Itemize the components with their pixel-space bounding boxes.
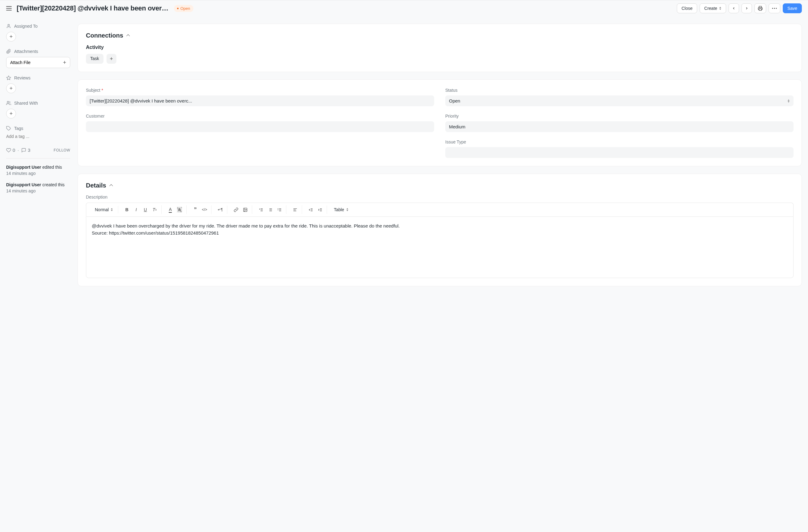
status-pill: Open (174, 5, 194, 12)
shared-with-text: Shared With (14, 101, 38, 106)
next-button[interactable] (741, 3, 752, 13)
status-dot-icon (177, 8, 179, 9)
users-icon (6, 101, 11, 106)
svg-point-4 (8, 24, 9, 26)
bullet-list-button[interactable] (266, 205, 274, 214)
more-button[interactable] (769, 3, 780, 13)
activity-user: Digisupport User (6, 165, 41, 170)
link-icon (234, 207, 238, 212)
checklist-button[interactable] (275, 205, 283, 214)
connections-card: Connections Activity Task + (78, 24, 802, 72)
priority-label: Priority (445, 114, 793, 118)
priority-select[interactable]: Medium (445, 121, 793, 132)
activity-action: edited this (42, 165, 62, 170)
printer-icon (758, 6, 763, 11)
svg-marker-5 (6, 76, 11, 80)
shared-with-label: Shared With (6, 101, 70, 106)
plus-icon: + (110, 56, 113, 61)
chevron-up-icon (109, 184, 113, 187)
chevron-right-icon (745, 6, 749, 10)
quote-button[interactable]: ” (191, 205, 200, 214)
attachments-label: Attachments (6, 49, 70, 54)
tag-icon (6, 126, 11, 131)
activity-time: 14 minutes ago (6, 188, 36, 193)
form-card: Subject * Status Open Customer Priority (78, 79, 802, 166)
editor-toolbar: Normal B I U Tx A A ” </> (86, 203, 793, 217)
tags-label: Tags (6, 126, 70, 131)
svg-point-9 (244, 209, 245, 209)
clear-format-button[interactable]: Tx (150, 205, 159, 214)
outdent-button[interactable] (306, 205, 315, 214)
attach-file-button[interactable]: Attach File + (6, 57, 70, 68)
status-value: Open (449, 98, 460, 104)
outdent-icon (309, 207, 313, 212)
chevron-updown-icon (719, 7, 721, 10)
subject-label: Subject * (86, 88, 434, 93)
link-button[interactable] (232, 205, 240, 214)
task-chip[interactable]: Task (86, 54, 104, 64)
ordered-list-button[interactable] (257, 205, 265, 214)
ol-icon (259, 207, 263, 212)
attach-file-label: Attach File (10, 60, 31, 65)
connections-title[interactable]: Connections (86, 32, 793, 39)
underline-button[interactable]: U (141, 205, 150, 214)
svg-point-2 (774, 8, 775, 9)
reviews-text: Reviews (14, 75, 31, 80)
follow-button[interactable]: FOLLOW (54, 148, 70, 152)
code-button[interactable]: </> (200, 205, 209, 214)
prev-button[interactable] (729, 3, 739, 13)
direction-button[interactable]: ↵¶ (216, 205, 224, 214)
customer-input[interactable] (86, 121, 434, 132)
svg-point-6 (7, 101, 8, 103)
create-dropdown[interactable]: Create (700, 3, 726, 13)
tag-input[interactable] (6, 134, 70, 139)
style-select[interactable]: Normal (92, 206, 115, 213)
bold-button[interactable]: B (123, 205, 131, 214)
align-button[interactable] (291, 205, 299, 214)
text-color-button[interactable]: A (166, 205, 175, 214)
svg-rect-0 (759, 8, 761, 10)
print-button[interactable] (754, 3, 766, 13)
heart-icon (6, 148, 11, 153)
add-assigned-button[interactable]: + (6, 32, 16, 41)
chevron-left-icon (732, 6, 736, 10)
add-shared-button[interactable]: + (6, 109, 16, 118)
status-label: Status (445, 88, 793, 93)
italic-button[interactable]: I (132, 205, 141, 214)
likes-stat[interactable]: 0 (6, 147, 15, 153)
star-icon (6, 75, 11, 80)
status-select[interactable]: Open (445, 95, 793, 106)
details-text: Details (86, 182, 106, 189)
priority-value: Medium (449, 124, 465, 129)
issue-type-input[interactable] (445, 147, 793, 158)
add-activity-button[interactable]: + (107, 54, 116, 64)
connections-text: Connections (86, 32, 123, 39)
svg-point-3 (776, 8, 777, 9)
page-title: [Twitter][20220428] @dvvivek I have been… (17, 4, 168, 12)
save-button[interactable]: Save (783, 3, 802, 13)
user-icon (6, 24, 11, 29)
indent-button[interactable] (316, 205, 324, 214)
details-title[interactable]: Details (86, 182, 793, 189)
activity-subtitle: Activity (86, 44, 793, 50)
table-select[interactable]: Table (331, 206, 351, 213)
subject-input[interactable] (86, 95, 434, 106)
activity-item: Digisupport User edited this 14 minutes … (6, 164, 70, 177)
comments-stat[interactable]: 3 (21, 147, 30, 153)
close-button[interactable]: Close (677, 3, 697, 13)
status-pill-text: Open (181, 6, 190, 11)
add-review-button[interactable]: + (6, 84, 16, 93)
customer-label: Customer (86, 114, 434, 118)
issue-type-label: Issue Type (445, 140, 793, 144)
activity-action: created this (42, 182, 65, 187)
highlight-button[interactable]: A (175, 205, 184, 214)
plus-icon: + (10, 34, 13, 39)
create-label: Create (704, 6, 717, 11)
description-editor[interactable]: @dvvivek I have been overcharged by the … (86, 217, 793, 278)
plus-icon: + (63, 60, 66, 65)
image-button[interactable] (241, 205, 250, 214)
activity-user: Digisupport User (6, 182, 41, 187)
menu-toggle[interactable] (6, 6, 12, 11)
comments-count: 3 (28, 147, 30, 153)
checklist-icon (277, 207, 282, 212)
